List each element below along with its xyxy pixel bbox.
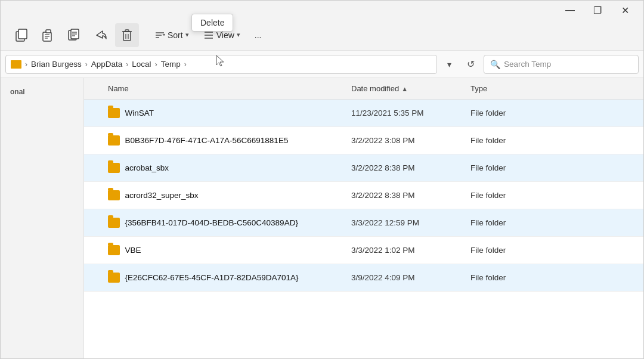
svg-rect-3 — [46, 30, 51, 33]
sort-icon — [154, 30, 165, 41]
file-name-cell: {E26CFC62-67E5-45CF-A1D7-82DA59DA701A} — [89, 273, 351, 283]
file-date: 3/3/2022 12:59 PM — [351, 218, 470, 227]
svg-rect-1 — [18, 29, 27, 39]
refresh-button[interactable]: ↺ — [461, 55, 480, 74]
file-name: WinSAT — [125, 109, 351, 117]
file-name: B0B36F7D-476F-471C-A17A-56C6691881E5 — [125, 136, 351, 145]
file-type: File folder — [470, 246, 560, 255]
copy-path-button[interactable] — [10, 23, 34, 47]
sort-label: Sort — [168, 30, 183, 40]
folder-icon — [108, 190, 120, 200]
more-button[interactable]: ... — [249, 24, 268, 46]
share-icon — [94, 29, 107, 42]
cut-icon — [68, 29, 81, 42]
delete-tooltip: Delete — [191, 14, 233, 32]
column-name: Name — [89, 84, 351, 93]
file-date: 11/23/2021 5:35 PM — [351, 109, 470, 117]
svg-rect-12 — [123, 32, 131, 41]
breadcrumb-arrow-5: › — [184, 60, 187, 69]
content-area: onal Name Date modified ▲ Type WinSAT 11… — [1, 78, 643, 358]
more-label: ... — [255, 30, 262, 40]
table-row[interactable]: acrord32_super_sbx 3/2/2022 8:38 PM File… — [84, 182, 643, 209]
table-row[interactable]: acrobat_sbx 3/2/2022 8:38 PM File folder — [84, 154, 643, 182]
folder-icon — [108, 218, 120, 228]
delete-icon — [120, 29, 134, 42]
breadcrumb-temp[interactable]: Temp — [161, 60, 181, 69]
folder-icon — [108, 273, 120, 283]
file-date: 3/3/2022 1:02 PM — [351, 246, 470, 255]
view-chevron-icon: ▾ — [237, 31, 240, 39]
table-row[interactable]: {356BFB41-017D-404D-BEDB-C560C40389AD} 3… — [84, 209, 643, 237]
file-name: VBE — [125, 246, 351, 255]
table-row[interactable]: {E26CFC62-67E5-45CF-A1D7-82DA59DA701A} 3… — [84, 264, 643, 292]
table-row[interactable]: B0B36F7D-476F-471C-A17A-56C6691881E5 3/2… — [84, 127, 643, 154]
sort-button[interactable]: Sort ▾ — [148, 24, 195, 46]
file-date: 3/9/2022 4:09 PM — [351, 273, 470, 282]
date-modified-label: Date modified — [351, 84, 399, 93]
delete-button[interactable] — [115, 23, 139, 47]
file-name-cell: WinSAT — [89, 108, 351, 118]
file-date: 3/2/2022 8:38 PM — [351, 191, 470, 200]
folder-icon — [108, 163, 120, 173]
table-row[interactable]: VBE 3/3/2022 1:02 PM File folder — [84, 237, 643, 264]
paste-button[interactable] — [36, 23, 60, 47]
file-name-cell: {356BFB41-017D-404D-BEDB-C560C40389AD} — [89, 218, 351, 228]
file-name-cell: acrobat_sbx — [89, 163, 351, 173]
file-name: acrord32_super_sbx — [125, 191, 351, 200]
file-type: File folder — [470, 136, 560, 145]
maximize-button[interactable]: ❐ — [584, 1, 611, 20]
folder-icon — [108, 135, 120, 146]
sidebar: onal — [1, 78, 84, 358]
file-type: File folder — [470, 191, 560, 200]
file-name-cell: acrord32_super_sbx — [89, 190, 351, 200]
search-placeholder: Search Temp — [504, 60, 551, 69]
sort-arrow-icon: ▲ — [401, 85, 408, 92]
title-bar: — ❐ ✕ — [1, 1, 643, 20]
breadcrumb-arrow-1: › — [25, 60, 27, 69]
close-button[interactable]: ✕ — [611, 1, 639, 20]
breadcrumb-appdata[interactable]: AppData — [91, 60, 123, 69]
file-name: acrobat_sbx — [125, 163, 351, 172]
search-icon: 🔍 — [490, 60, 500, 69]
file-name: {E26CFC62-67E5-45CF-A1D7-82DA59DA701A} — [125, 273, 351, 282]
address-dropdown-button[interactable]: ▾ — [441, 55, 457, 74]
breadcrumb-arrow-2: › — [85, 60, 88, 69]
minimize-button[interactable]: — — [556, 1, 584, 20]
sidebar-label: onal — [1, 83, 83, 98]
sort-chevron-icon: ▾ — [185, 31, 189, 39]
table-row[interactable]: WinSAT 11/23/2021 5:35 PM File folder — [84, 100, 643, 127]
column-date[interactable]: Date modified ▲ — [351, 84, 470, 93]
column-type: Type — [470, 84, 560, 93]
file-type: File folder — [470, 273, 560, 282]
file-type: File folder — [470, 163, 560, 172]
folder-icon — [108, 245, 120, 255]
share-button[interactable] — [89, 23, 113, 47]
breadcrumb-local[interactable]: Local — [132, 60, 151, 69]
search-box[interactable]: 🔍 Search Temp — [484, 55, 639, 74]
toolbar: Delete — [1, 20, 643, 51]
breadcrumb-arrow-4: › — [155, 60, 157, 69]
file-list-header: Name Date modified ▲ Type — [84, 78, 643, 100]
file-type: File folder — [470, 218, 560, 227]
paste-icon — [42, 29, 55, 42]
copy-path-icon — [16, 29, 29, 42]
file-list[interactable]: Name Date modified ▲ Type WinSAT 11/23/2… — [84, 78, 643, 358]
address-bar: › Brian Burgess › AppData › Local › Temp… — [1, 51, 643, 78]
breadcrumb-arrow-3: › — [126, 60, 128, 69]
cut-button[interactable] — [63, 23, 86, 47]
file-date: 3/2/2022 3:08 PM — [351, 136, 470, 145]
file-name-cell: B0B36F7D-476F-471C-A17A-56C6691881E5 — [89, 135, 351, 146]
address-path[interactable]: › Brian Burgess › AppData › Local › Temp… — [5, 55, 437, 74]
explorer-window: — ❐ ✕ Delete — [0, 0, 644, 359]
folder-icon — [108, 108, 120, 118]
address-folder-icon — [11, 60, 21, 69]
file-date: 3/2/2022 8:38 PM — [351, 163, 470, 172]
breadcrumb-brian[interactable]: Brian Burgess — [31, 60, 82, 69]
file-name: {356BFB41-017D-404D-BEDB-C560C40389AD} — [125, 218, 351, 227]
file-rows-container: WinSAT 11/23/2021 5:35 PM File folder B0… — [84, 100, 643, 292]
svg-rect-14 — [125, 30, 129, 32]
file-name-cell: VBE — [89, 245, 351, 255]
file-type: File folder — [470, 109, 560, 117]
